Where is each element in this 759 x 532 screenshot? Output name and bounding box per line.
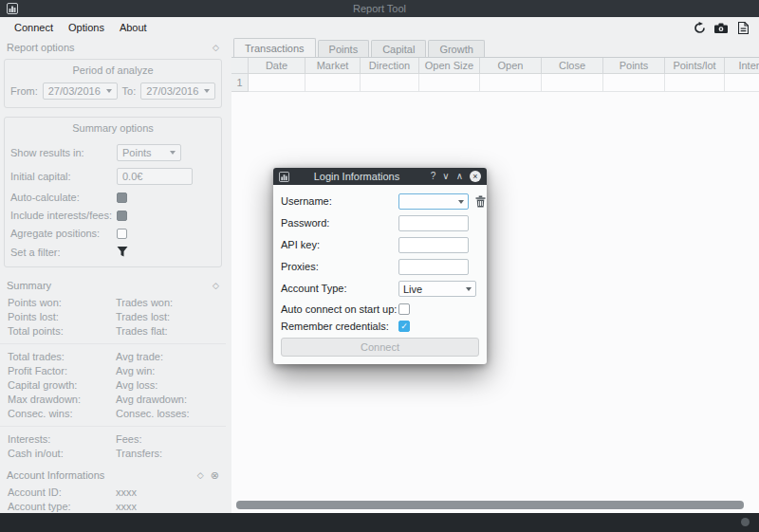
column-header-points[interactable]: Points [603, 58, 665, 73]
summary-row: Cash in/out:Transfers: [0, 446, 226, 460]
account-label: Account ID: [8, 486, 116, 499]
float-panel-icon[interactable]: ◇ [213, 281, 219, 290]
include-fees-checkbox[interactable] [117, 211, 127, 221]
proxies-field[interactable] [398, 259, 469, 275]
agregate-positions-label: Agregate positions: [10, 228, 117, 239]
table-cell[interactable] [725, 74, 759, 92]
column-header-date[interactable]: Date [249, 58, 305, 73]
api-key-field[interactable] [398, 237, 469, 253]
summary-label: Avg win: [116, 365, 218, 377]
dialog-body: Username: Password: API key: Proxies: Ac… [273, 185, 487, 364]
column-header-direction[interactable]: Direction [361, 58, 419, 73]
refresh-icon[interactable] [693, 22, 706, 34]
to-label: To: [122, 85, 137, 97]
report-options-header: Report options ◇ [0, 38, 226, 57]
auto-calculate-row: Auto-calculate: [10, 192, 215, 203]
table-cell[interactable] [480, 74, 542, 92]
column-header-market[interactable]: Market [305, 58, 361, 73]
table-cell[interactable] [542, 74, 603, 92]
column-header-interests[interactable]: Interests [725, 58, 759, 73]
tab-capital[interactable]: Capital [371, 40, 426, 57]
float-panel-icon[interactable]: ◇ [213, 43, 219, 52]
table-cell[interactable] [665, 74, 725, 92]
shade-down-icon[interactable]: ∨ [442, 172, 449, 181]
save-icon[interactable] [736, 22, 750, 34]
show-results-row: Show results in: Points [10, 144, 215, 161]
toolbar-icons [693, 22, 751, 34]
window-titlebar[interactable]: Report Tool [0, 0, 759, 17]
agregate-positions-checkbox[interactable] [117, 229, 127, 239]
table-cell[interactable] [419, 74, 480, 92]
from-date-select[interactable]: 27/03/2016 [43, 83, 118, 100]
summary-label: Trades lost: [116, 311, 218, 323]
summary-label: Avg trade: [116, 351, 218, 363]
table-corner-cell[interactable] [231, 58, 249, 73]
scrollbar-thumb[interactable] [236, 501, 744, 509]
summary-rows: Points won:Trades won: Points lost:Trade… [0, 295, 226, 460]
username-combobox[interactable] [398, 193, 469, 210]
shade-up-icon[interactable]: ∧ [456, 172, 463, 181]
to-date-select[interactable]: 27/03/2016 [140, 83, 215, 100]
table-cell[interactable] [361, 74, 419, 92]
column-header-close[interactable]: Close [542, 58, 603, 73]
dialog-title: Login Informations [289, 171, 424, 182]
show-results-select[interactable]: Points [117, 144, 181, 161]
table-cell[interactable] [305, 74, 361, 92]
tab-bar: Transactions Points Capital Growth [233, 38, 759, 57]
close-panel-icon[interactable]: ⊗ [211, 470, 219, 481]
remember-credentials-checkbox[interactable]: ✓ [398, 321, 410, 332]
summary-label: Avg drawdown: [116, 394, 218, 406]
auto-calculate-checkbox[interactable] [117, 193, 127, 203]
summary-label: Consec. wins: [8, 408, 116, 420]
table-row[interactable]: 1 [231, 74, 759, 92]
login-dialog: Login Informations ? ∨ ∧ × Username: Pas… [273, 168, 487, 364]
set-filter-row: Set a filter: [10, 246, 215, 259]
row-number-cell[interactable]: 1 [231, 74, 249, 92]
summary-label: Points won: [8, 297, 116, 309]
connect-button[interactable]: Connect [281, 338, 479, 357]
include-fees-row: Include interests/fees: [10, 210, 215, 221]
account-value: xxxx [116, 501, 218, 513]
filter-funnel-icon[interactable] [117, 246, 128, 259]
summary-row: Profit Factor:Avg win: [0, 363, 226, 377]
summary-label: Total points: [8, 325, 116, 338]
close-icon[interactable]: × [470, 171, 481, 182]
column-header-open[interactable]: Open [480, 58, 542, 73]
camera-icon[interactable] [714, 22, 728, 34]
auto-connect-checkbox[interactable] [398, 303, 410, 315]
agregate-positions-row: Agregate positions: [10, 228, 215, 239]
account-type-select[interactable]: Live [398, 281, 476, 297]
table-cell[interactable] [603, 74, 665, 92]
menu-options[interactable]: Options [62, 19, 111, 36]
help-icon[interactable]: ? [431, 172, 436, 181]
bottom-bar [0, 513, 759, 532]
summary-row: Total points:Trades flat: [0, 323, 226, 338]
from-date-value: 27/03/2016 [48, 85, 101, 97]
status-dot [741, 518, 750, 526]
horizontal-scrollbar[interactable] [236, 501, 744, 509]
table-cell[interactable] [249, 74, 305, 92]
tab-points[interactable]: Points [318, 40, 370, 57]
tab-growth[interactable]: Growth [428, 40, 484, 57]
sidebar: Report options ◇ Period of analyze From:… [0, 38, 226, 513]
dialog-titlebar[interactable]: Login Informations ? ∨ ∧ × [273, 168, 487, 185]
proxies-label: Proxies: [281, 261, 319, 272]
initial-capital-input[interactable]: 0.0€ [117, 168, 193, 185]
account-type-label: Account Type: [281, 283, 347, 294]
chevron-down-icon [204, 89, 210, 93]
menu-about[interactable]: About [113, 19, 154, 36]
summary-row: Max drawdown:Avg drawdown: [0, 392, 226, 406]
column-header-points-lot[interactable]: Points/lot [665, 58, 725, 73]
column-header-open-size[interactable]: Open Size [419, 58, 480, 73]
set-filter-label: Set a filter: [10, 247, 117, 258]
menu-connect[interactable]: Connect [8, 19, 60, 36]
tab-transactions[interactable]: Transactions [233, 38, 316, 57]
auto-connect-label: Auto connect on start up: [281, 303, 397, 315]
summary-label: Total trades: [8, 351, 116, 363]
float-panel-icon[interactable]: ◇ [197, 470, 204, 480]
initial-capital-label: Initial capital: [10, 171, 117, 182]
account-row: Account type:xxxx [0, 499, 226, 513]
menubar: Connect Options About [0, 17, 759, 38]
password-field[interactable] [398, 215, 469, 231]
trash-icon[interactable] [474, 195, 487, 208]
